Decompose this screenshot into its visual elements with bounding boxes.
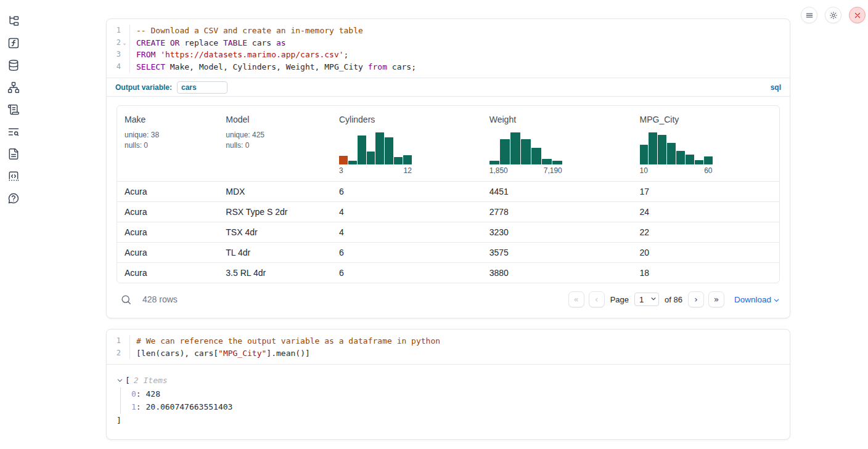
code-line: 3FROM 'https://datasets.marimo.app/cars.…: [107, 49, 790, 61]
sql-cell: 1-- Download a CSV and create an in-memo…: [106, 18, 790, 318]
hist-bar[interactable]: [375, 132, 384, 164]
sql-cell-output: Make unique: 38 nulls: 0 Model unique: 4…: [107, 96, 790, 318]
line-number: 1: [112, 25, 121, 37]
hist-bar[interactable]: [686, 155, 694, 164]
menu-button[interactable]: [801, 7, 817, 23]
histogram-axis: 3 12: [339, 166, 412, 175]
first-page-button[interactable]: «: [568, 291, 584, 307]
hist-bar[interactable]: [521, 139, 531, 164]
snippets-icon[interactable]: [7, 170, 20, 182]
page-select-wrap: 1: [634, 293, 659, 306]
table-cell: Acura: [117, 268, 218, 278]
hist-bar[interactable]: [667, 143, 676, 164]
python-cell: 1# We can reference the output variable …: [106, 329, 790, 440]
hist-bar[interactable]: [531, 148, 541, 164]
hist-bar[interactable]: [552, 161, 562, 164]
hist-bar[interactable]: [348, 161, 357, 164]
page-select[interactable]: 1: [634, 293, 659, 306]
variables-icon[interactable]: [7, 37, 20, 49]
hist-bar[interactable]: [695, 160, 703, 164]
logs-icon[interactable]: [7, 126, 20, 138]
dataframe-table: Make unique: 38 nulls: 0 Model unique: 4…: [117, 105, 780, 283]
table-row[interactable]: AcuraTSX 4dr4323022: [117, 222, 779, 242]
download-label: Download: [734, 295, 771, 304]
tree-root: [ 2 Items: [117, 374, 780, 387]
table-cell: 20: [633, 248, 779, 257]
page-label: Page: [610, 295, 629, 304]
hist-bar[interactable]: [658, 135, 666, 164]
hist-bar[interactable]: [394, 157, 403, 164]
table-cell: 2778: [482, 207, 633, 217]
hist-bar[interactable]: [510, 132, 520, 164]
table-cell: Acura: [117, 187, 218, 196]
table-cell: 6: [332, 248, 482, 257]
settings-button[interactable]: [825, 7, 841, 23]
table-body: AcuraMDX6445117AcuraRSX Type S 2dr427782…: [117, 181, 779, 283]
open-bracket: [: [125, 374, 130, 387]
last-page-button[interactable]: »: [708, 291, 724, 307]
hist-bar[interactable]: [339, 156, 348, 164]
cylinders-histogram: 3 12: [339, 132, 412, 175]
notebook-controls: [801, 7, 866, 23]
list-item: 0: 428: [131, 387, 780, 401]
scratchpad-icon[interactable]: [7, 103, 20, 116]
python-code-editor[interactable]: 1# We can reference the output variable …: [107, 330, 790, 364]
column-header-mpg-city[interactable]: MPG_City 10 60: [633, 106, 779, 181]
hist-bar[interactable]: [676, 151, 685, 164]
download-button[interactable]: Download: [734, 295, 780, 304]
table-cell: Acura: [117, 227, 218, 237]
table-row[interactable]: AcuraTL 4dr6357520: [117, 242, 779, 262]
line-number: 2: [112, 347, 121, 360]
output-variable-input[interactable]: [177, 81, 227, 94]
table-cell: 3880: [482, 268, 633, 278]
table-cell: 18: [633, 268, 779, 278]
table-cell: 4451: [482, 187, 633, 196]
hist-bar[interactable]: [649, 132, 657, 164]
table-cell: 24: [633, 207, 779, 217]
table-footer: 428 rows « ‹ Page 1 of 86 ›: [117, 291, 780, 308]
file-explorer-icon[interactable]: [7, 15, 20, 27]
table-cell: Acura: [117, 248, 218, 257]
next-page-button[interactable]: ›: [688, 291, 704, 307]
fold-chevron-icon[interactable]: ⌄: [121, 39, 128, 46]
table-cell: 4: [332, 207, 482, 217]
table-cell: 22: [633, 227, 779, 237]
close-bracket: ]: [117, 414, 780, 427]
previous-page-button[interactable]: ‹: [589, 291, 605, 307]
language-badge-sql[interactable]: sql: [771, 83, 781, 92]
table-cell: TL 4dr: [218, 248, 332, 257]
datasources-icon[interactable]: [7, 59, 20, 71]
column-header-make[interactable]: Make unique: 38 nulls: 0: [117, 106, 218, 181]
table-cell: 3575: [482, 248, 633, 257]
search-icon[interactable]: [120, 294, 132, 305]
table-row[interactable]: AcuraRSX Type S 2dr4277824: [117, 201, 779, 222]
table-row[interactable]: AcuraMDX6445117: [117, 181, 779, 201]
dependency-graph-icon[interactable]: [7, 81, 20, 94]
hist-bar[interactable]: [489, 161, 499, 164]
column-header-weight[interactable]: Weight 1,850 7,190: [482, 106, 633, 181]
table-row[interactable]: Acura3.5 RL 4dr6388018: [117, 262, 779, 283]
hist-bar[interactable]: [500, 139, 510, 164]
row-count: 428 rows: [142, 294, 178, 304]
hist-bar[interactable]: [542, 159, 552, 164]
documentation-icon[interactable]: [7, 148, 20, 160]
table-cell: 17: [633, 187, 779, 196]
hist-bar[interactable]: [358, 136, 366, 164]
column-header-cylinders[interactable]: Cylinders 3 12: [332, 106, 482, 181]
shutdown-button[interactable]: [849, 7, 866, 23]
hist-bar[interactable]: [704, 156, 713, 164]
hist-bar[interactable]: [640, 145, 649, 164]
table-cell: 4: [332, 227, 482, 237]
column-label: Cylinders: [339, 115, 475, 124]
code-line: 4SELECT Make, Model, Cylinders, Weight, …: [107, 61, 790, 73]
column-header-model[interactable]: Model unique: 425 nulls: 0: [218, 106, 332, 181]
help-icon[interactable]: [7, 192, 20, 204]
hist-bar[interactable]: [367, 152, 375, 164]
code-line: 1# We can reference the output variable …: [107, 335, 790, 347]
histogram-axis: 1,850 7,190: [489, 166, 562, 175]
hist-bar[interactable]: [403, 155, 412, 164]
weight-histogram: 1,850 7,190: [489, 132, 562, 175]
collapse-chevron-icon[interactable]: [117, 377, 123, 384]
sql-code-editor[interactable]: 1-- Download a CSV and create an in-memo…: [107, 19, 790, 78]
hist-bar[interactable]: [385, 137, 393, 164]
